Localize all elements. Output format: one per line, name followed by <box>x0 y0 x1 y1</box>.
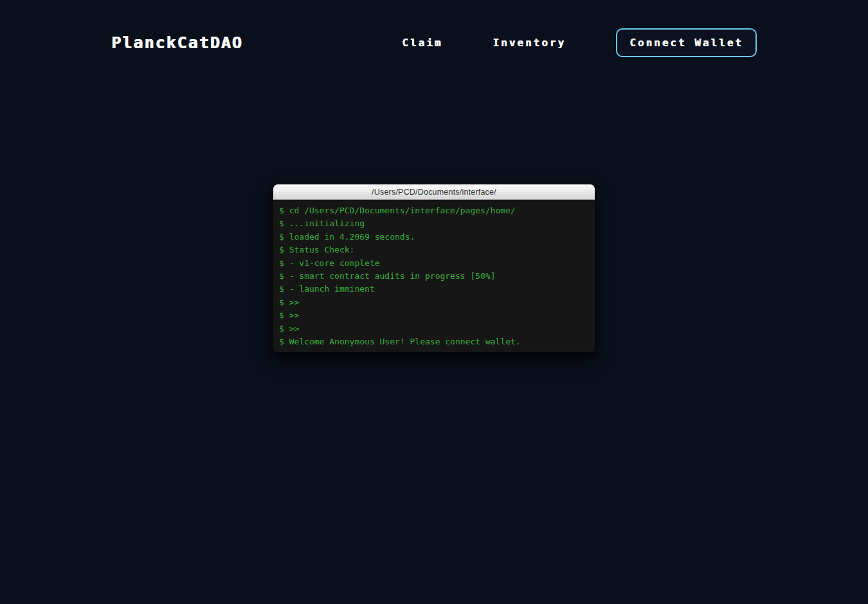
terminal-line-2: $ loaded in 4.2069 seconds. <box>279 231 589 244</box>
terminal-line-0: $ cd /Users/PCD/Documents/interface/page… <box>279 204 589 217</box>
terminal-line-3: $ Status Check: <box>279 244 589 256</box>
terminal-line-1: $ ...initializing <box>279 217 589 230</box>
terminal-window: /Users/PCD/Documents/interface/ $ cd /Us… <box>273 184 595 352</box>
main-nav: Claim Inventory Connect Wallet <box>402 28 757 57</box>
terminal-title-path: /Users/PCD/Documents/interface/ <box>372 188 496 197</box>
terminal-line-10: $ Welcome Anonymous User! Please connect… <box>279 335 589 348</box>
terminal-line-5: $ - smart contract audits in progress [5… <box>279 270 589 283</box>
nav-link-claim[interactable]: Claim <box>402 37 442 49</box>
terminal-line-4: $ - v1-core complete <box>279 257 589 270</box>
logo-planckcatdao[interactable]: PlanckCatDAO <box>111 33 243 52</box>
terminal-titlebar: /Users/PCD/Documents/interface/ <box>273 184 595 200</box>
terminal-body: $ cd /Users/PCD/Documents/interface/page… <box>273 200 595 352</box>
terminal-line-7: $ >> <box>279 296 589 309</box>
terminal-line-6: $ - launch imminent <box>279 283 589 296</box>
connect-wallet-button[interactable]: Connect Wallet <box>616 28 757 57</box>
nav-link-inventory[interactable]: Inventory <box>493 37 566 49</box>
header: PlanckCatDAO Claim Inventory Connect Wal… <box>0 0 868 57</box>
terminal-line-9: $ >> <box>279 323 589 335</box>
terminal-line-8: $ >> <box>279 309 589 322</box>
